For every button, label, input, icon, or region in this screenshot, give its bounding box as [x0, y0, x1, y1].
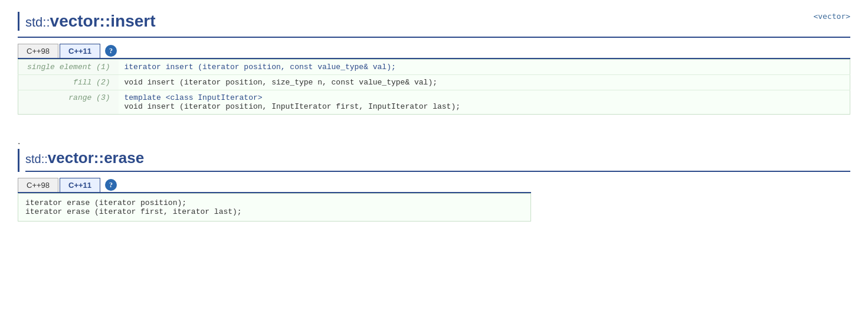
insert-tab-cpp11[interactable]: C++11: [60, 44, 100, 58]
table-row: single element (1) iterator insert (iter…: [18, 60, 850, 75]
insert-code-3-line1: template <class InputIterator>: [125, 93, 263, 102]
erase-fn-name: vector::erase: [48, 149, 144, 167]
insert-label-3: range (3): [18, 90, 119, 115]
insert-code-3-line2: void insert (iterator position, InputIte…: [125, 102, 461, 111]
insert-code-1: iterator insert (iterator position, cons…: [119, 60, 850, 75]
insert-code-3: template <class InputIterator> void inse…: [119, 90, 850, 115]
erase-title-wrapper: std::vector::erase: [18, 149, 850, 172]
insert-code-2: void insert (iterator position, size_typ…: [119, 75, 850, 90]
insert-header: std::vector::insert <vector>: [18, 12, 850, 38]
erase-tab-cpp11[interactable]: C++11: [60, 178, 100, 192]
insert-section: std::vector::insert <vector> C++98 C++11…: [18, 12, 850, 115]
insert-label-2: fill (2): [18, 75, 119, 90]
erase-section: . std::vector::erase C++98 C++11 ? itera…: [18, 132, 850, 222]
insert-tab-cpp98[interactable]: C++98: [18, 44, 58, 58]
erase-tabs-bar: C++98 C++11 ?: [18, 178, 531, 193]
erase-std-prefix: std::: [25, 152, 48, 165]
erase-tab-cpp98[interactable]: C++98: [18, 178, 58, 192]
table-row: fill (2) void insert (iterator position,…: [18, 75, 850, 90]
insert-code-table: single element (1) iterator insert (iter…: [18, 59, 850, 115]
insert-code-2-text: void insert (iterator position, size_typ…: [125, 78, 438, 87]
insert-fn-name: vector::insert: [50, 12, 156, 30]
vector-header-link[interactable]: <vector>: [813, 12, 850, 21]
table-row: range (3) template <class InputIterator>…: [18, 90, 850, 115]
insert-tabs-bar: C++98 C++11 ?: [18, 44, 850, 59]
erase-help-icon[interactable]: ?: [105, 179, 117, 191]
erase-code-line-1: iterator erase (iterator position);: [25, 198, 523, 207]
insert-help-icon[interactable]: ?: [105, 45, 117, 57]
insert-label-1: single element (1): [18, 60, 119, 75]
insert-code-1-text: iterator insert (iterator position, cons…: [125, 63, 396, 71]
erase-code-line-2: iterator erase (iterator first, iterator…: [25, 207, 523, 216]
insert-title: std::vector::insert: [25, 12, 156, 31]
dot-mark: .: [18, 136, 850, 147]
erase-title: std::vector::erase: [25, 149, 850, 172]
insert-std-prefix: std::: [25, 15, 50, 30]
erase-code-box: iterator erase (iterator position); iter…: [18, 193, 531, 222]
